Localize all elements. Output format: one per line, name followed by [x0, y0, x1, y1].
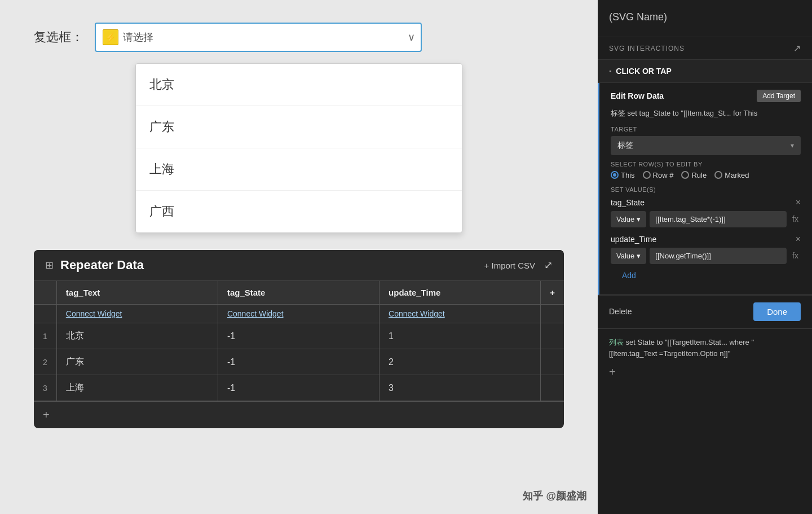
select-rows-label: SELECT ROW(S) TO EDIT BY — [611, 161, 801, 168]
bottom-description: 列表 set State to "[[TargetItem.Stat... wh… — [609, 337, 801, 361]
radio-rule[interactable]: Rule — [681, 171, 707, 179]
right-panel: (SVG Name) SVG INTERACTIONS ↗ ▪ CLICK OR… — [598, 0, 812, 514]
repeater-panel: ⊞ Repeater Data + Import CSV ⤢ tag_Text … — [34, 250, 564, 428]
radio-this-circle — [611, 171, 619, 179]
target-field: TARGET 标签 ▾ — [611, 126, 801, 155]
update-time-type-label: Value — [616, 252, 634, 260]
edit-row-header: Edit Row Data Add Target — [611, 90, 801, 102]
add-row-button[interactable]: + — [34, 401, 564, 428]
bottom-text: set State to "[[TargetItem.Stat... where… — [609, 338, 754, 358]
tag-state-value-input[interactable] — [650, 211, 787, 227]
row-update-time-1: 1 — [379, 323, 541, 349]
select-box[interactable]: ⚡ 请选择 — [95, 23, 422, 52]
radio-rule-circle — [681, 171, 689, 179]
svg-name-title: (SVG Name) — [609, 11, 801, 23]
radio-this[interactable]: This — [611, 171, 635, 179]
data-table: tag_Text tag_State update_Time + Connect… — [34, 281, 564, 401]
radio-this-label: This — [621, 171, 635, 179]
repeater-title: Repeater Data — [60, 258, 144, 273]
bottom-highlight-green: 列表 — [609, 338, 624, 346]
table-row: 2 广东 -1 2 — [34, 349, 564, 375]
left-panel: 复选框： ⚡ 请选择 ∨ 北京 广东 上海 广西 ⊞ Repeater Data… — [0, 0, 598, 514]
col-header-tag-state: tag_State — [218, 281, 379, 305]
click-or-tap-section: ▪ CLICK OR TAP Edit Row Data Add Target … — [598, 60, 812, 328]
collapse-icon[interactable]: ▪ — [609, 67, 611, 75]
connect-widget-update-time[interactable]: Connect Widget — [379, 305, 541, 323]
interaction-title: CLICK OR TAP — [616, 67, 801, 76]
tag-state-fx-icon[interactable]: fx — [790, 212, 801, 226]
update-time-value-input[interactable] — [650, 248, 787, 264]
lightning-icon: ⚡ — [103, 29, 118, 45]
repeater-header: ⊞ Repeater Data + Import CSV ⤢ — [34, 250, 564, 281]
table-row: 1 北京 -1 1 — [34, 323, 564, 349]
tag-state-type-arrow: ▾ — [637, 215, 641, 223]
dropdown-item-guangxi[interactable]: 广西 — [136, 191, 462, 232]
row-id-3: 3 — [34, 375, 56, 401]
radio-rule-label: Rule — [691, 171, 707, 179]
add-column-button[interactable]: + — [541, 281, 564, 305]
radio-marked[interactable]: Marked — [714, 171, 749, 179]
action-description: 标签 set tag_State to "[[Item.tag_St... fo… — [611, 108, 801, 119]
svg-interactions-label: SVG INTERACTIONS — [609, 45, 685, 52]
radio-row-num[interactable]: Row # — [643, 171, 674, 179]
dropdown-item-beijing[interactable]: 北京 — [136, 64, 462, 106]
target-select-arrow: ▾ — [791, 142, 794, 150]
target-label: TARGET — [611, 126, 801, 133]
col-header-tag-text: tag_Text — [56, 281, 218, 305]
update-time-close-icon[interactable]: × — [796, 234, 801, 244]
tag-state-label: tag_State — [611, 198, 645, 207]
svg-interactions-header: SVG INTERACTIONS ↗ — [598, 37, 812, 60]
dropdown-item-guangdong[interactable]: 广东 — [136, 106, 462, 148]
target-value: 标签 — [617, 140, 633, 151]
add-target-button[interactable]: Add Target — [757, 90, 801, 102]
row-update-time-2: 2 — [379, 349, 541, 375]
update-time-type-select[interactable]: Value ▾ — [611, 248, 646, 264]
col-header-update-time: update_Time — [379, 281, 541, 305]
row-tag-text-3: 上海 — [56, 375, 218, 401]
select-rows-field: SELECT ROW(S) TO EDIT BY This Row # — [611, 161, 801, 179]
edit-row-title: Edit Row Data — [611, 91, 664, 100]
row-tag-text-2: 广东 — [56, 349, 218, 375]
row-id-1: 1 — [34, 323, 56, 349]
external-link-icon[interactable]: ↗ — [793, 43, 801, 54]
radio-row-num-label: Row # — [653, 171, 674, 179]
select-placeholder: 请选择 — [123, 30, 153, 44]
checkbox-label: 复选框： — [34, 29, 83, 46]
connect-widget-tag-text[interactable]: Connect Widget — [56, 305, 218, 323]
delete-button[interactable]: Delete — [609, 307, 632, 316]
import-csv-button[interactable]: + Import CSV — [484, 261, 535, 270]
radio-this-dot — [613, 173, 616, 177]
update-time-type-arrow: ▾ — [637, 252, 641, 260]
select-wrapper[interactable]: ⚡ 请选择 ∨ — [95, 23, 422, 52]
tag-state-type-label: Value — [616, 215, 634, 223]
add-value-link[interactable]: Add — [611, 271, 801, 280]
tag-state-field-name: tag_State × — [611, 197, 801, 208]
dropdown-list: 北京 广东 上海 广西 — [135, 63, 462, 233]
row-update-time-3: 3 — [379, 375, 541, 401]
tag-state-type-select[interactable]: Value ▾ — [611, 211, 646, 227]
connect-widget-tag-state[interactable]: Connect Widget — [218, 305, 379, 323]
set-values-label: SET VALUE(S) — [611, 186, 801, 193]
chevron-down-icon: ∨ — [408, 31, 415, 43]
interaction-header: ▪ CLICK OR TAP — [598, 60, 812, 83]
edit-row-section: Edit Row Data Add Target 标签 set tag_Stat… — [598, 83, 812, 295]
add-bottom-button[interactable]: + — [609, 366, 801, 379]
checkbox-row: 复选框： ⚡ 请选择 ∨ — [34, 23, 564, 52]
update-time-label: update_Time — [611, 235, 656, 244]
row-tag-state-1: -1 — [218, 323, 379, 349]
row-tag-state-2: -1 — [218, 349, 379, 375]
right-header: (SVG Name) — [598, 0, 812, 37]
row-tag-state-3: -1 — [218, 375, 379, 401]
bottom-interaction: 列表 set State to "[[TargetItem.Stat... wh… — [598, 328, 812, 387]
table-icon: ⊞ — [45, 259, 54, 271]
done-button[interactable]: Done — [753, 302, 801, 321]
repeater-title-row: ⊞ Repeater Data — [45, 258, 144, 273]
radio-group: This Row # Rule Marked — [611, 171, 801, 179]
target-select[interactable]: 标签 ▾ — [611, 136, 801, 155]
tag-state-close-icon[interactable]: × — [796, 197, 801, 208]
update-time-fx-icon[interactable]: fx — [790, 249, 801, 262]
table-row: 3 上海 -1 3 — [34, 375, 564, 401]
expand-icon[interactable]: ⤢ — [544, 259, 553, 271]
dropdown-item-shanghai[interactable]: 上海 — [136, 148, 462, 191]
action-row: Delete Done — [598, 295, 812, 328]
